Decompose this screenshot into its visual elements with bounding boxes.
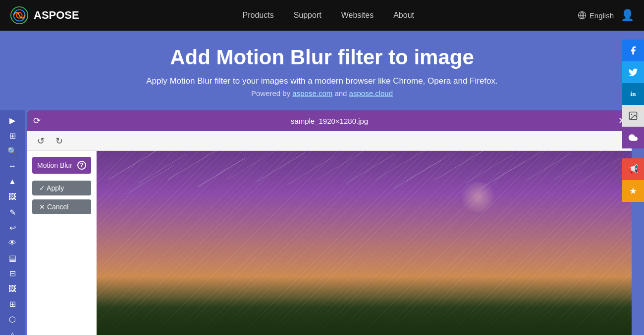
svg-line-13 <box>346 154 394 183</box>
svg-line-21 <box>198 158 245 187</box>
titlebar-left-icon[interactable]: ⟳ <box>33 115 41 126</box>
star-button[interactable]: ★ <box>622 180 644 202</box>
image-area <box>97 151 632 335</box>
undo-button[interactable]: ↺ <box>34 135 48 147</box>
twitter-icon <box>628 67 638 77</box>
toolbar-grid2[interactable]: ⊞ <box>3 297 22 311</box>
image-share-button[interactable] <box>622 105 644 127</box>
svg-line-17 <box>465 154 513 183</box>
cloud-icon <box>628 133 638 143</box>
toolbar-rotate[interactable]: ↩ <box>3 221 22 235</box>
apply-button[interactable]: ✓ Apply <box>32 181 91 195</box>
svg-line-24 <box>394 160 441 189</box>
navbar: ASPOSE Products Support Websites About E… <box>0 0 644 31</box>
toolbar-list[interactable]: ▤ <box>3 251 22 265</box>
help-icon[interactable]: ? <box>77 161 86 170</box>
facebook-button[interactable] <box>622 40 644 61</box>
aspose-com-link[interactable]: aspose.com <box>292 89 332 97</box>
facebook-icon <box>628 46 638 55</box>
language-label: English <box>590 11 614 20</box>
globe-icon <box>578 11 587 20</box>
svg-line-10 <box>227 151 275 180</box>
user-icon[interactable]: 👤 <box>621 9 634 22</box>
svg-line-7 <box>108 151 156 180</box>
announce-button[interactable]: 📢 <box>622 158 644 180</box>
page-subtitle: Apply Motion Blur filter to your images … <box>10 76 634 86</box>
svg-line-19 <box>525 153 572 182</box>
nav-support[interactable]: Support <box>294 11 322 19</box>
svg-line-8 <box>138 154 186 183</box>
star-icon: ★ <box>629 186 637 196</box>
nav-right: English 👤 <box>578 9 634 22</box>
logo[interactable]: ASPOSE <box>10 6 79 25</box>
toolbar-image2[interactable]: 🖼 <box>3 282 22 296</box>
svg-line-20 <box>554 151 602 180</box>
brand-name: ASPOSE <box>34 9 79 22</box>
preview-image <box>97 151 632 335</box>
toolbar-play[interactable]: ▶ <box>3 113 22 128</box>
svg-line-16 <box>435 151 483 180</box>
twitter-button[interactable] <box>622 61 644 83</box>
image-share-icon <box>628 111 638 121</box>
nav-websites[interactable]: Websites <box>341 11 374 19</box>
toolbar-view[interactable]: 👁 <box>3 236 22 250</box>
announce-icon: 📢 <box>628 164 639 175</box>
toolbar-shape[interactable]: ⬡ <box>3 312 22 327</box>
svg-point-28 <box>631 114 633 115</box>
svg-line-22 <box>287 156 334 185</box>
svg-line-12 <box>317 151 364 180</box>
cloud-button[interactable] <box>622 127 644 148</box>
nav-products[interactable]: Products <box>242 11 273 19</box>
linkedin-button[interactable]: in <box>622 83 644 105</box>
toolbar-draw[interactable]: ✎ <box>3 205 22 220</box>
nav-links: Products Support Websites About <box>242 11 414 20</box>
social-sidebar: in 📢 ★ <box>622 40 644 202</box>
toolbar-mountain[interactable]: △ <box>3 328 22 335</box>
left-toolbar: ▶ ⊞ 🔍 ↔ ▲ 🖼 ✎ ↩ 👁 ▤ ⊟ 🖼 ⊞ ⬡ △ ✎ <box>0 110 25 335</box>
svg-line-11 <box>257 153 305 182</box>
cancel-button[interactable]: ✕ Cancel <box>32 199 91 214</box>
toolbar-frame[interactable]: 🖼 <box>3 190 22 204</box>
filter-panel: Motion Blur ? ✓ Apply ✕ Cancel <box>27 151 97 335</box>
page-title: Add Motion Blur filter to image <box>10 46 634 69</box>
linkedin-icon: in <box>631 90 636 98</box>
editor-content: Motion Blur ? ✓ Apply ✕ Cancel <box>27 151 632 335</box>
toolbar-landscape[interactable]: ▲ <box>3 175 22 189</box>
toolbar-subtract[interactable]: ⊟ <box>3 266 22 281</box>
editor-filename: sample_1920×1280.jpg <box>291 117 368 125</box>
svg-line-23 <box>126 165 174 194</box>
svg-line-9 <box>168 151 215 180</box>
editor-titlebar: ⟳ sample_1920×1280.jpg ✕ <box>27 110 632 131</box>
filter-title: Motion Blur <box>37 161 72 169</box>
powered-by: Powered by aspose.com and aspose.cloud <box>10 89 634 97</box>
toolbar-zoom[interactable]: 🔍 <box>3 144 22 158</box>
svg-line-14 <box>376 151 424 180</box>
svg-line-26 <box>572 158 620 187</box>
nav-about[interactable]: About <box>393 11 414 19</box>
aspose-cloud-link[interactable]: aspose.cloud <box>349 89 393 97</box>
filter-title-bar[interactable]: Motion Blur ? <box>32 157 91 174</box>
editor-container: ⟳ sample_1920×1280.jpg ✕ ↺ ↻ Motion Blur… <box>27 110 632 335</box>
logo-icon <box>10 6 29 25</box>
toolbar-grid[interactable]: ⊞ <box>3 129 22 143</box>
tree-silhouette <box>97 297 632 335</box>
redo-button[interactable]: ↻ <box>53 135 66 147</box>
main-area: ▶ ⊞ 🔍 ↔ ▲ 🖼 ✎ ↩ 👁 ▤ ⊟ 🖼 ⊞ ⬡ △ ✎ ⟳ sample… <box>0 110 644 335</box>
language-button[interactable]: English <box>578 11 614 20</box>
toolbar-resize[interactable]: ↔ <box>3 159 22 174</box>
star-trails-svg <box>97 151 632 277</box>
editor-toolbar: ↺ ↻ <box>27 131 632 151</box>
page-header: Add Motion Blur filter to image Apply Mo… <box>0 31 644 110</box>
